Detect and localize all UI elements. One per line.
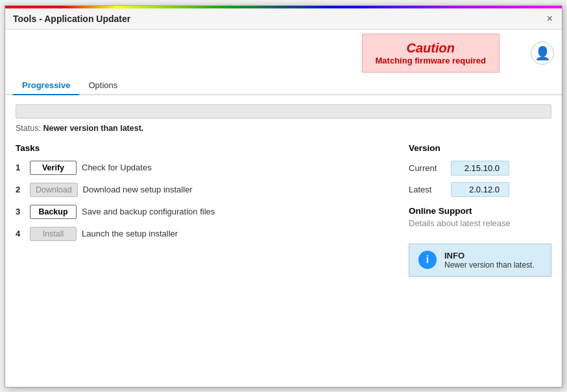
close-button[interactable]: × xyxy=(546,14,554,24)
status-label: Status: xyxy=(16,124,41,133)
current-label: Current xyxy=(409,163,444,173)
version-latest-row: Latest 2.0.12.0 xyxy=(409,182,551,197)
task-row: 3 Backup Save and backup configuration f… xyxy=(16,205,389,219)
caution-subtitle: Matching firmware required xyxy=(376,56,486,65)
backup-button[interactable]: Backup xyxy=(30,205,77,219)
task-desc-4: Launch the setup installer xyxy=(82,229,178,238)
verify-button[interactable]: Verify xyxy=(30,161,77,175)
task-row: 2 Download Download new setup installer xyxy=(16,183,389,197)
progress-bar-container xyxy=(16,104,551,119)
info-message: Newer version than latest. xyxy=(444,260,535,270)
application-window: Tools - Application Updater × Caution Ma… xyxy=(5,5,562,387)
info-text-block: INFO Newer version than latest. xyxy=(444,251,535,270)
tasks-title: Tasks xyxy=(16,143,389,153)
window-title: Tools - Application Updater xyxy=(13,14,130,24)
version-section: Version Current 2.15.10.0 Latest 2.0.12.… xyxy=(409,143,551,277)
version-title: Version xyxy=(409,143,551,153)
task-desc-3: Save and backup configuration files xyxy=(82,207,215,216)
latest-label: Latest xyxy=(409,185,444,194)
tabs-row: Progressive Options xyxy=(5,76,562,95)
info-heading: INFO xyxy=(444,251,535,260)
content-area: Status: Newer version than latest. Tasks… xyxy=(5,95,562,387)
download-button[interactable]: Download xyxy=(30,183,78,197)
latest-value: 2.0.12.0 xyxy=(451,182,509,197)
status-value: Newer version than latest. xyxy=(43,124,143,133)
tasks-section: Tasks 1 Verify Check for Updates 2 Downl… xyxy=(16,143,389,277)
avatar-symbol: 👤 xyxy=(535,45,551,61)
caution-title: Caution xyxy=(376,41,486,56)
task-desc-1: Check for Updates xyxy=(82,163,152,172)
info-banner: i INFO Newer version than latest. xyxy=(409,244,551,277)
task-row: 1 Verify Check for Updates xyxy=(16,161,389,175)
tab-options[interactable]: Options xyxy=(79,76,127,95)
task-desc-2: Download new setup installer xyxy=(83,185,193,194)
install-button[interactable]: Install xyxy=(30,227,77,241)
tab-progressive[interactable]: Progressive xyxy=(13,76,79,95)
status-line: Status: Newer version than latest. xyxy=(16,124,551,133)
avatar-icon[interactable]: 👤 xyxy=(531,41,554,65)
main-columns: Tasks 1 Verify Check for Updates 2 Downl… xyxy=(16,143,551,277)
online-support-link[interactable]: Details about latest release xyxy=(409,218,511,228)
info-icon: i xyxy=(418,251,437,269)
version-current-row: Current 2.15.10.0 xyxy=(409,161,551,176)
task-row: 4 Install Launch the setup installer xyxy=(16,227,389,241)
title-bar: Tools - Application Updater × xyxy=(5,8,562,30)
task-num-1: 1 xyxy=(16,163,25,172)
current-value: 2.15.10.0 xyxy=(451,161,509,176)
task-num-2: 2 xyxy=(16,185,25,194)
online-support-title: Online Support xyxy=(409,206,551,216)
task-num-4: 4 xyxy=(16,229,25,238)
header-row: Caution Matching firmware required 👤 xyxy=(5,30,562,73)
task-num-3: 3 xyxy=(16,207,25,216)
caution-box: Caution Matching firmware required xyxy=(362,34,500,73)
